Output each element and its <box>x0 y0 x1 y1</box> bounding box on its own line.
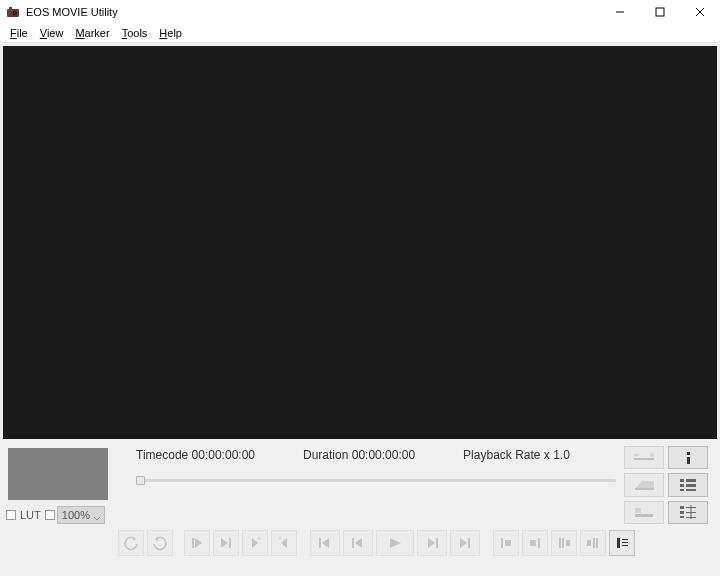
duration-display: Duration 00:00:00:00 <box>303 448 415 462</box>
svg-rect-11 <box>635 514 653 517</box>
svg-rect-19 <box>680 489 684 491</box>
lut-checkbox[interactable] <box>6 510 16 520</box>
svg-rect-46 <box>617 538 620 548</box>
svg-rect-18 <box>686 484 696 487</box>
timeline-track <box>136 479 616 482</box>
lut-secondary-checkbox[interactable] <box>45 510 55 520</box>
svg-rect-13 <box>687 452 690 455</box>
marker-list-button[interactable] <box>668 501 708 524</box>
video-viewport[interactable] <box>3 46 717 439</box>
svg-rect-44 <box>593 538 595 548</box>
thumbnail-column: LUT 100% <box>6 446 118 524</box>
rotate-cw-button[interactable] <box>147 530 173 556</box>
transport-bar: + + <box>6 528 714 558</box>
svg-rect-33 <box>352 538 354 548</box>
lut-label: LUT <box>20 509 41 521</box>
svg-rect-7 <box>634 458 654 460</box>
go-to-start-button[interactable] <box>310 530 340 556</box>
svg-text:+: + <box>278 536 282 542</box>
clip-list-button[interactable] <box>668 473 708 496</box>
window-controls <box>600 0 720 24</box>
svg-rect-45 <box>596 538 598 548</box>
svg-rect-32 <box>319 538 321 548</box>
next-marker-button[interactable] <box>522 530 548 556</box>
rotate-ccw-button[interactable] <box>118 530 144 556</box>
svg-rect-0 <box>7 9 19 17</box>
set-in-point-button[interactable] <box>184 530 210 556</box>
menubar: File View Marker Tools Help <box>0 24 720 43</box>
export-clip-button[interactable] <box>624 501 664 524</box>
minimize-button[interactable] <box>600 0 640 24</box>
timecode-display: Timecode 00:00:00:00 <box>136 448 255 462</box>
svg-rect-36 <box>501 538 503 548</box>
maximize-button[interactable] <box>640 0 680 24</box>
svg-rect-41 <box>562 538 564 548</box>
svg-line-5 <box>696 8 704 16</box>
step-forward-button[interactable] <box>417 530 447 556</box>
marker-panel-button[interactable] <box>609 530 635 556</box>
go-to-end-button[interactable] <box>450 530 480 556</box>
svg-rect-23 <box>680 511 684 514</box>
play-button[interactable] <box>376 530 414 556</box>
svg-rect-25 <box>680 516 684 518</box>
svg-rect-12 <box>635 508 641 513</box>
app-icon <box>6 5 20 19</box>
svg-rect-10 <box>635 488 654 490</box>
svg-rect-8 <box>634 454 639 456</box>
svg-rect-35 <box>468 538 470 548</box>
svg-rect-16 <box>686 479 696 482</box>
svg-rect-48 <box>622 542 628 543</box>
titlebar: EOS MOVIE Utility <box>0 0 720 24</box>
zoom-value: 100% <box>62 509 90 521</box>
svg-rect-20 <box>686 489 696 491</box>
menu-help[interactable]: Help <box>153 27 188 39</box>
playback-rate-display: Playback Rate x 1.0 <box>463 448 570 462</box>
svg-rect-21 <box>680 506 684 509</box>
chevron-down-icon <box>93 512 101 524</box>
svg-rect-1 <box>9 7 12 10</box>
svg-point-2 <box>12 11 17 16</box>
svg-rect-39 <box>538 538 540 548</box>
window-title: EOS MOVIE Utility <box>26 6 600 18</box>
next-in-out-button[interactable] <box>580 530 606 556</box>
video-area-container <box>0 43 720 442</box>
close-button[interactable] <box>680 0 720 24</box>
svg-text:+: + <box>257 536 261 542</box>
svg-rect-42 <box>566 540 570 546</box>
svg-rect-14 <box>687 457 690 464</box>
svg-rect-34 <box>436 538 438 548</box>
menu-view[interactable]: View <box>34 27 70 39</box>
svg-rect-24 <box>686 512 696 513</box>
svg-rect-40 <box>559 538 561 548</box>
svg-rect-43 <box>587 540 591 546</box>
set-out-point-button[interactable] <box>213 530 239 556</box>
capture-still-button[interactable] <box>624 446 664 469</box>
svg-rect-22 <box>686 507 696 508</box>
svg-rect-47 <box>622 539 628 540</box>
info-column: Timecode 00:00:00:00 Duration 00:00:00:0… <box>118 446 624 524</box>
timeline-slider[interactable] <box>136 474 616 488</box>
svg-rect-17 <box>680 484 684 487</box>
menu-tools[interactable]: Tools <box>116 27 154 39</box>
menu-marker[interactable]: Marker <box>69 27 115 39</box>
add-marker-in-button[interactable]: + <box>242 530 268 556</box>
timeline-thumb[interactable] <box>136 476 145 485</box>
prev-in-out-button[interactable] <box>551 530 577 556</box>
svg-rect-4 <box>656 8 664 16</box>
add-marker-out-button[interactable]: + <box>271 530 297 556</box>
menu-file[interactable]: File <box>4 27 34 39</box>
step-back-button[interactable] <box>343 530 373 556</box>
svg-point-9 <box>650 453 654 457</box>
clip-thumbnail[interactable] <box>8 448 108 500</box>
svg-rect-15 <box>680 479 684 482</box>
svg-line-6 <box>696 8 704 16</box>
prev-marker-button[interactable] <box>493 530 519 556</box>
info-button[interactable] <box>668 446 708 469</box>
svg-rect-38 <box>530 540 536 546</box>
svg-rect-49 <box>622 545 628 546</box>
menu-file-rest: ile <box>17 27 28 39</box>
bottom-panel: LUT 100% Timecode 00:00:00:00 Duration 0… <box>0 442 720 576</box>
merge-clips-button[interactable] <box>624 473 664 496</box>
zoom-dropdown[interactable]: 100% <box>57 506 105 524</box>
svg-rect-37 <box>505 540 511 546</box>
